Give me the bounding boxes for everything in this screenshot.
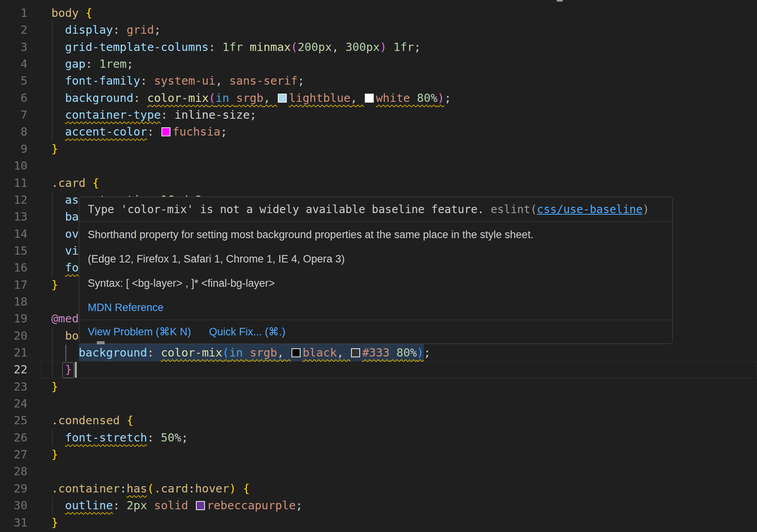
- code-token: (: [209, 91, 216, 105]
- line-number: 29: [0, 480, 27, 497]
- code-token: .container: [51, 482, 120, 495]
- code-content: container-type: inline-size;: [51, 107, 257, 123]
- code-token: [51, 244, 65, 257]
- code-token: accent-color: [65, 125, 147, 138]
- code-content: @med: [51, 310, 79, 327]
- code-line[interactable]: 1body {: [0, 5, 757, 22]
- code-token: (: [223, 346, 229, 359]
- code-token: [51, 57, 65, 71]
- code-token: ;: [221, 125, 227, 138]
- line-number: 6: [0, 90, 27, 107]
- text-cursor: [75, 362, 77, 378]
- code-token: [51, 108, 65, 121]
- code-line[interactable]: 21 background: color-mix(in srgb, black,…: [0, 344, 757, 362]
- code-token: :: [120, 482, 127, 495]
- code-token: background: [79, 346, 147, 359]
- code-line[interactable]: 30 outline: 2px solid rebeccapurple;: [0, 497, 757, 514]
- syntax-info: Syntax: [ <bg-layer> , ]* <final-bg-laye…: [88, 271, 664, 295]
- warning-squiggle: container-type: [65, 108, 161, 121]
- code-token: ): [380, 40, 386, 54]
- code-line[interactable]: 5 font-family: system-ui, sans-serif;: [0, 72, 757, 90]
- code-token: fo: [65, 261, 79, 274]
- code-line[interactable]: 9}: [0, 141, 757, 158]
- code-token: [51, 210, 65, 223]
- code-token: :: [147, 346, 161, 359]
- line-number: 22: [0, 361, 27, 378]
- bracket-match-box: [62, 362, 74, 378]
- code-line[interactable]: 6 background: color-mix(in srgb, lightbl…: [0, 90, 757, 107]
- code-token: [243, 346, 250, 359]
- code-token: ;: [154, 23, 161, 36]
- code-line[interactable]: 28: [0, 463, 757, 480]
- code-token: :: [113, 23, 127, 36]
- code-token: ;: [127, 57, 133, 71]
- warning-squiggle: has: [127, 482, 147, 495]
- code-token: {: [92, 176, 99, 190]
- code-line[interactable]: 31}: [0, 514, 757, 532]
- code-token: fuchsia: [172, 125, 220, 138]
- code-token: ,: [337, 346, 350, 359]
- code-line[interactable]: 29.container:has(.card:hover) {: [0, 480, 757, 498]
- warning-squiggle: font-stretch: [65, 431, 147, 444]
- color-swatch[interactable]: [292, 348, 301, 357]
- code-token: :: [188, 482, 195, 495]
- hover-documentation: Shorthand property for setting most back…: [79, 222, 672, 320]
- code-token: .condensed: [51, 414, 127, 427]
- code-line[interactable]: 4 gap: 1rem;: [0, 56, 757, 73]
- code-token: ,: [277, 346, 291, 359]
- code-token: solid: [154, 499, 195, 512]
- code-line[interactable]: 3 grid-template-columns: 1fr minmax(200p…: [0, 39, 757, 56]
- hover-tooltip: Type 'color-mix' is not a widely availab…: [79, 197, 673, 344]
- code-line[interactable]: 11.card {: [0, 175, 757, 192]
- code-token: [51, 23, 65, 36]
- code-line[interactable]: 7 container-type: inline-size;: [0, 107, 757, 124]
- code-token: ,: [216, 74, 229, 87]
- code-content: background: color-mix(in srgb, lightblue…: [51, 90, 451, 107]
- code-line[interactable]: 26 font-stretch: 50%;: [0, 429, 757, 447]
- code-token: background: [65, 91, 134, 105]
- color-swatch[interactable]: [161, 127, 170, 136]
- code-content: }: [51, 446, 58, 463]
- quick-fix-action[interactable]: Quick Fix... (⌘.): [209, 326, 286, 338]
- code-token: [147, 499, 154, 512]
- code-token: ;: [298, 74, 304, 87]
- code-line[interactable]: 8 accent-color: fuchsia;: [0, 123, 757, 141]
- code-line[interactable]: 2 display: grid;: [0, 22, 757, 39]
- line-number: 3: [0, 39, 27, 56]
- code-line[interactable]: 27}: [0, 446, 757, 463]
- view-problem-action[interactable]: View Problem (⌘K N): [88, 326, 191, 338]
- color-swatch[interactable]: [351, 348, 360, 357]
- code-content: grid-template-columns: 1fr minmax(200px,…: [51, 39, 421, 56]
- code-content: fo: [51, 259, 79, 276]
- code-token: [51, 74, 65, 87]
- code-line[interactable]: 23}: [0, 378, 757, 396]
- code-token: :: [113, 499, 127, 512]
- code-content: vi: [51, 242, 79, 259]
- code-token: .card: [51, 176, 92, 190]
- code-line[interactable]: 10: [0, 157, 757, 175]
- line-number: 14: [0, 226, 27, 242]
- code-token: :: [209, 40, 223, 54]
- code-line[interactable]: 24: [0, 395, 757, 413]
- mdn-reference-link[interactable]: MDN Reference: [88, 295, 664, 320]
- code-line[interactable]: 25.condensed {: [0, 412, 757, 429]
- code-token: 50: [161, 431, 174, 444]
- eslint-rule-link[interactable]: css/use-baseline: [537, 203, 643, 216]
- code-content: font-stretch: 50%;: [51, 429, 188, 446]
- code-editor[interactable]: 1body {2 display: grid;3 grid-template-c…: [0, 0, 757, 532]
- code-line[interactable]: 22 }: [0, 361, 757, 378]
- code-token: [51, 346, 79, 359]
- code-token: [236, 482, 243, 495]
- color-swatch[interactable]: [365, 94, 374, 103]
- line-number: 8: [0, 123, 27, 140]
- code-content: .container:has(.card:hover) {: [51, 480, 250, 497]
- line-number: 28: [0, 463, 27, 480]
- code-content: gap: 1rem;: [51, 56, 134, 72]
- color-swatch[interactable]: [278, 94, 287, 103]
- code-token: ): [417, 346, 424, 359]
- color-swatch[interactable]: [196, 501, 205, 510]
- code-token: 300px: [346, 40, 380, 54]
- clipped-text-fragment: [557, 0, 563, 2]
- code-token: [51, 193, 65, 206]
- line-number: 19: [0, 310, 27, 327]
